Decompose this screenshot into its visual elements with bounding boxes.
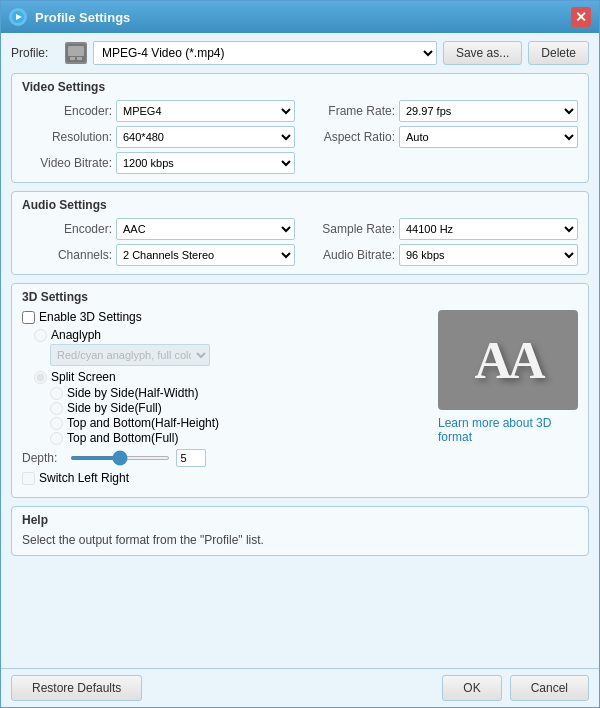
main-window: Profile Settings ✕ Profile: MPEG-4 Video… [0, 0, 600, 708]
audio-encoder-row: Encoder: AAC [22, 218, 295, 240]
delete-button[interactable]: Delete [528, 41, 589, 65]
switch-left-right-checkbox[interactable] [22, 472, 35, 485]
aspect-ratio-label: Aspect Ratio: [305, 130, 395, 144]
anaglyph-row: Anaglyph [22, 328, 428, 342]
split-screen-options: Side by Side(Half-Width) Side by Side(Fu… [22, 386, 428, 445]
switch-left-right-label: Switch Left Right [39, 471, 129, 485]
anaglyph-label: Anaglyph [51, 328, 101, 342]
video-bitrate-label: Video Bitrate: [22, 156, 112, 170]
profile-icon [65, 42, 87, 64]
threed-preview: AA [438, 310, 578, 410]
svg-rect-4 [70, 57, 75, 60]
side-by-side-full-label: Side by Side(Full) [67, 401, 162, 415]
encoder-row: Encoder: MPEG4 [22, 100, 295, 122]
learn-more-row: Learn more about 3D format [438, 416, 578, 444]
audio-encoder-dropdown[interactable]: AAC [116, 218, 295, 240]
sample-rate-row: Sample Rate: 44100 Hz [305, 218, 578, 240]
enable-3d-label: Enable 3D Settings [39, 310, 142, 324]
depth-label: Depth: [22, 451, 64, 465]
side-by-side-full-radio[interactable] [50, 402, 63, 415]
depth-input[interactable] [176, 449, 206, 467]
top-bottom-half-radio[interactable] [50, 417, 63, 430]
side-by-side-half-radio[interactable] [50, 387, 63, 400]
audio-encoder-label: Encoder: [22, 222, 112, 236]
frame-rate-dropdown[interactable]: 29.97 fps [399, 100, 578, 122]
encoder-dropdown[interactable]: MPEG4 [116, 100, 295, 122]
window-icon [9, 8, 27, 26]
aspect-ratio-row: Aspect Ratio: Auto [305, 126, 578, 148]
video-settings-grid: Encoder: MPEG4 Frame Rate: 29.97 fps Res… [22, 100, 578, 174]
depth-row: Depth: [22, 449, 428, 467]
aspect-ratio-dropdown[interactable]: Auto [399, 126, 578, 148]
help-section: Help Select the output format from the "… [11, 506, 589, 556]
audio-settings-title: Audio Settings [22, 198, 578, 212]
split-screen-label: Split Screen [51, 370, 116, 384]
footer: Restore Defaults OK Cancel [1, 668, 599, 707]
side-by-side-full-row: Side by Side(Full) [50, 401, 428, 415]
profile-row: Profile: MPEG-4 Video (*.mp4) Save as...… [11, 41, 589, 65]
ok-button[interactable]: OK [442, 675, 501, 701]
footer-buttons: OK Cancel [442, 675, 589, 701]
resolution-label: Resolution: [22, 130, 112, 144]
switch-left-right-row: Switch Left Right [22, 471, 428, 485]
restore-defaults-button[interactable]: Restore Defaults [11, 675, 142, 701]
learn-more-link[interactable]: Learn more about 3D format [438, 416, 578, 444]
split-screen-radio[interactable] [34, 371, 47, 384]
video-bitrate-dropdown[interactable]: 1200 kbps [116, 152, 295, 174]
threed-settings-section: 3D Settings Enable 3D Settings Anaglyph … [11, 283, 589, 498]
cancel-button[interactable]: Cancel [510, 675, 589, 701]
channels-label: Channels: [22, 248, 112, 262]
top-bottom-full-label: Top and Bottom(Full) [67, 431, 178, 445]
enable-3d-row: Enable 3D Settings [22, 310, 428, 324]
svg-rect-3 [68, 46, 84, 56]
split-screen-row: Split Screen [22, 370, 428, 384]
resolution-dropdown[interactable]: 640*480 [116, 126, 295, 148]
top-bottom-full-row: Top and Bottom(Full) [50, 431, 428, 445]
video-bitrate-row: Video Bitrate: 1200 kbps [22, 152, 295, 174]
svg-rect-5 [77, 57, 82, 60]
depth-slider[interactable] [70, 456, 170, 460]
side-by-side-half-label: Side by Side(Half-Width) [67, 386, 198, 400]
profile-dropdown[interactable]: MPEG-4 Video (*.mp4) [93, 41, 437, 65]
frame-rate-label: Frame Rate: [305, 104, 395, 118]
threed-settings-title: 3D Settings [22, 290, 578, 304]
side-by-side-half-row: Side by Side(Half-Width) [50, 386, 428, 400]
channels-row: Channels: 2 Channels Stereo [22, 244, 295, 266]
enable-3d-checkbox[interactable] [22, 311, 35, 324]
resolution-row: Resolution: 640*480 [22, 126, 295, 148]
close-button[interactable]: ✕ [571, 7, 591, 27]
audio-bitrate-row: Audio Bitrate: 96 kbps [305, 244, 578, 266]
title-bar: Profile Settings ✕ [1, 1, 599, 33]
top-bottom-half-row: Top and Bottom(Half-Height) [50, 416, 428, 430]
sample-rate-dropdown[interactable]: 44100 Hz [399, 218, 578, 240]
channels-dropdown[interactable]: 2 Channels Stereo [116, 244, 295, 266]
profile-label: Profile: [11, 46, 59, 60]
audio-settings-section: Audio Settings Encoder: AAC Sample Rate:… [11, 191, 589, 275]
audio-bitrate-dropdown[interactable]: 96 kbps [399, 244, 578, 266]
threed-controls: Enable 3D Settings Anaglyph Red/cyan ana… [22, 310, 428, 489]
threed-inner: Enable 3D Settings Anaglyph Red/cyan ana… [22, 310, 578, 489]
content-area: Profile: MPEG-4 Video (*.mp4) Save as...… [1, 33, 599, 668]
top-bottom-half-label: Top and Bottom(Half-Height) [67, 416, 219, 430]
audio-settings-grid: Encoder: AAC Sample Rate: 44100 Hz Chann… [22, 218, 578, 266]
anaglyph-radio[interactable] [34, 329, 47, 342]
frame-rate-row: Frame Rate: 29.97 fps [305, 100, 578, 122]
audio-bitrate-label: Audio Bitrate: [305, 248, 395, 262]
encoder-label: Encoder: [22, 104, 112, 118]
top-bottom-full-radio[interactable] [50, 432, 63, 445]
video-settings-section: Video Settings Encoder: MPEG4 Frame Rate… [11, 73, 589, 183]
help-text: Select the output format from the "Profi… [22, 533, 578, 547]
help-title: Help [22, 513, 578, 527]
sample-rate-label: Sample Rate: [305, 222, 395, 236]
video-settings-title: Video Settings [22, 80, 578, 94]
anaglyph-type-dropdown[interactable]: Red/cyan anaglyph, full color [50, 344, 210, 366]
window-title: Profile Settings [35, 10, 571, 25]
save-as-button[interactable]: Save as... [443, 41, 522, 65]
